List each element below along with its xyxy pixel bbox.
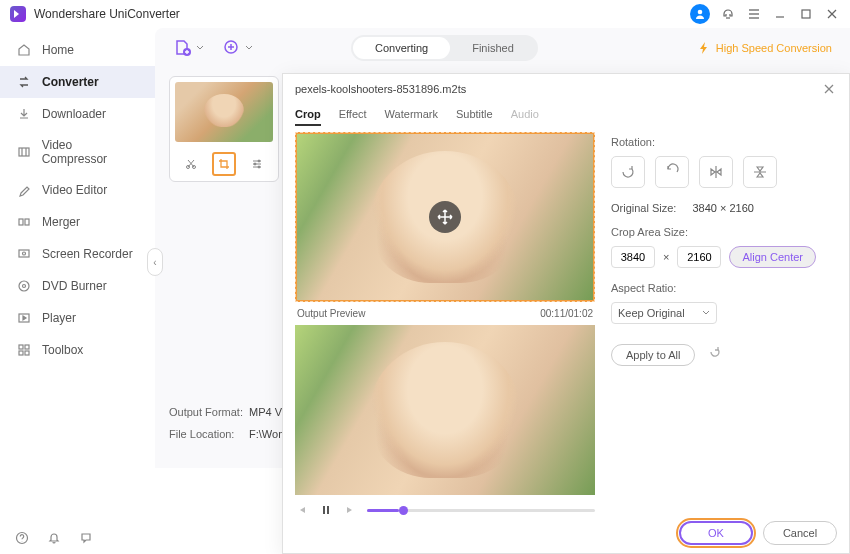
crop-area-label: Crop Area Size: [611, 226, 837, 238]
align-center-button[interactable]: Align Center [729, 246, 816, 268]
editor-icon [16, 182, 32, 198]
apply-to-all-button[interactable]: Apply to All [611, 344, 695, 366]
toolbox-icon [16, 342, 32, 358]
file-thumbnail [175, 82, 273, 142]
ok-button[interactable]: OK [679, 521, 753, 545]
sidebar-item-label: Merger [42, 215, 80, 229]
svg-point-14 [23, 285, 26, 288]
crop-preview[interactable] [295, 132, 595, 302]
crop-controls: Rotation: Original Size: 3840 × 2160 Cro… [611, 132, 837, 495]
trim-button[interactable] [179, 152, 203, 176]
original-size-value: 3840 × 2160 [692, 202, 753, 214]
merger-icon [16, 214, 32, 230]
sidebar-item-dvd[interactable]: DVD Burner [0, 270, 155, 302]
svg-rect-10 [25, 219, 29, 225]
tab-effect[interactable]: Effect [339, 104, 367, 126]
add-file-button[interactable] [173, 38, 204, 58]
timecode: 00:11/01:02 [540, 308, 593, 319]
crop-width-input[interactable] [611, 246, 655, 268]
dialog-tabs: Crop Effect Watermark Subtitle Audio [283, 104, 849, 126]
sidebar-item-label: Video Compressor [42, 138, 139, 166]
svg-rect-19 [25, 351, 29, 355]
sidebar-item-downloader[interactable]: Downloader [0, 98, 155, 130]
tab-audio[interactable]: Audio [511, 104, 539, 126]
dialog-footer: OK Cancel [679, 521, 837, 545]
aspect-ratio-select[interactable]: Keep Original [611, 302, 717, 324]
titlebar: Wondershare UniConverter [0, 0, 850, 28]
support-icon[interactable] [720, 6, 736, 22]
sidebar-item-compressor[interactable]: Video Compressor [0, 130, 155, 174]
chevron-down-icon [245, 44, 253, 52]
sidebar-item-toolbox[interactable]: Toolbox [0, 334, 155, 366]
flip-vertical-button[interactable] [743, 156, 777, 188]
move-handle-icon[interactable] [429, 201, 461, 233]
feedback-icon[interactable] [78, 530, 94, 546]
file-card[interactable] [169, 76, 279, 182]
app-logo-icon [10, 6, 26, 22]
crop-height-input[interactable] [677, 246, 721, 268]
sidebar-item-converter[interactable]: Converter [0, 66, 155, 98]
dialog-close-icon[interactable] [821, 81, 837, 97]
sidebar-item-home[interactable]: Home [0, 34, 155, 66]
aspect-ratio-value: Keep Original [618, 307, 685, 319]
tab-converting[interactable]: Converting [353, 37, 450, 59]
sidebar-item-merger[interactable]: Merger [0, 206, 155, 238]
tab-crop[interactable]: Crop [295, 104, 321, 126]
tab-finished[interactable]: Finished [450, 37, 536, 59]
svg-rect-17 [25, 345, 29, 349]
menu-icon[interactable] [746, 6, 762, 22]
status-segmented: Converting Finished [351, 35, 538, 61]
bell-icon[interactable] [46, 530, 62, 546]
reset-icon[interactable] [708, 345, 722, 359]
svg-point-29 [254, 163, 256, 165]
sidebar-item-player[interactable]: Player [0, 302, 155, 334]
sidebar-collapse[interactable]: ‹ [147, 248, 163, 276]
add-folder-button[interactable] [222, 38, 253, 58]
dialog-header: pexels-koolshooters-8531896.m2ts [283, 74, 849, 104]
svg-rect-16 [19, 345, 23, 349]
player-icon [16, 310, 32, 326]
sidebar-item-label: Converter [42, 75, 99, 89]
tab-watermark[interactable]: Watermark [385, 104, 438, 126]
dvd-icon [16, 278, 32, 294]
minimize-icon[interactable] [772, 6, 788, 22]
svg-rect-8 [19, 148, 29, 156]
rotation-label: Rotation: [611, 136, 837, 148]
crop-button[interactable] [212, 152, 236, 176]
home-icon [16, 42, 32, 58]
output-format-label: Output Format: [169, 406, 249, 418]
chevron-down-icon [196, 44, 204, 52]
help-icon[interactable] [14, 530, 30, 546]
main-toolbar: Converting Finished High Speed Conversio… [155, 28, 850, 68]
times-label: × [663, 251, 669, 263]
sidebar-item-recorder[interactable]: Screen Recorder [0, 238, 155, 270]
cancel-button[interactable]: Cancel [763, 521, 837, 545]
rotate-ccw-button[interactable] [655, 156, 689, 188]
output-preview-label: Output Preview [297, 308, 365, 319]
svg-rect-5 [802, 10, 810, 18]
tab-subtitle[interactable]: Subtitle [456, 104, 493, 126]
flip-horizontal-button[interactable] [699, 156, 733, 188]
bolt-icon [698, 41, 710, 55]
prev-button[interactable] [295, 503, 309, 517]
user-avatar[interactable] [690, 4, 710, 24]
status-bar [14, 530, 94, 546]
pause-button[interactable] [319, 503, 333, 517]
svg-point-0 [698, 10, 703, 15]
settings-button[interactable] [245, 152, 269, 176]
sidebar-item-label: Player [42, 311, 76, 325]
original-size-label: Original Size: [611, 202, 676, 214]
sidebar: Home Converter Downloader Video Compress… [0, 28, 155, 468]
next-button[interactable] [343, 503, 357, 517]
output-preview [295, 325, 595, 495]
progress-bar[interactable] [367, 509, 595, 512]
rotate-cw-button[interactable] [611, 156, 645, 188]
preview-column: Output Preview 00:11/01:02 [295, 132, 595, 495]
close-icon[interactable] [824, 6, 840, 22]
crop-dialog: pexels-koolshooters-8531896.m2ts Crop Ef… [282, 73, 850, 554]
sidebar-item-editor[interactable]: Video Editor [0, 174, 155, 206]
svg-point-30 [258, 166, 260, 168]
maximize-icon[interactable] [798, 6, 814, 22]
high-speed-toggle[interactable]: High Speed Conversion [698, 41, 832, 55]
file-tools [175, 148, 273, 176]
